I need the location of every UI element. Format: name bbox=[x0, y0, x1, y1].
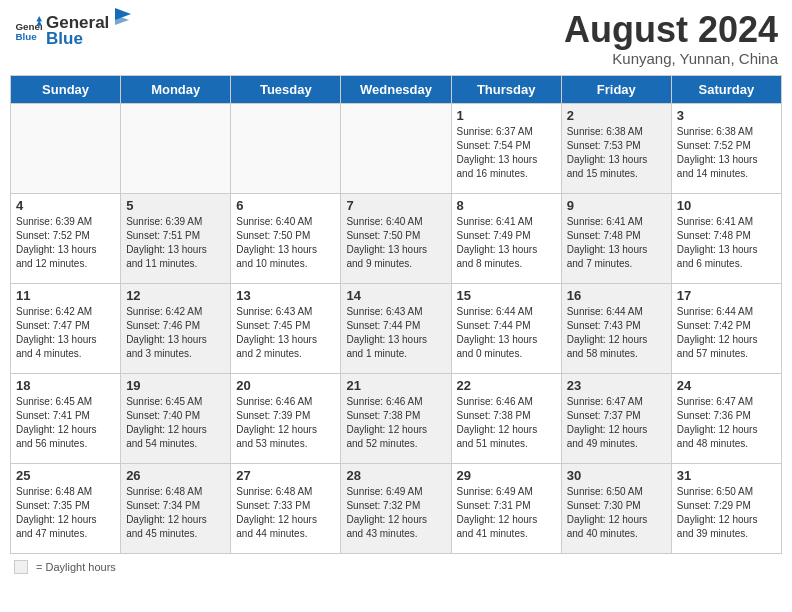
cell-info: Sunrise: 6:43 AM Sunset: 7:45 PM Dayligh… bbox=[236, 305, 335, 361]
calendar-week-1: 4Sunrise: 6:39 AM Sunset: 7:52 PM Daylig… bbox=[11, 193, 782, 283]
cell-info: Sunrise: 6:44 AM Sunset: 7:44 PM Dayligh… bbox=[457, 305, 556, 361]
calendar-week-0: 1Sunrise: 6:37 AM Sunset: 7:54 PM Daylig… bbox=[11, 103, 782, 193]
calendar-cell-5: 5Sunrise: 6:39 AM Sunset: 7:51 PM Daylig… bbox=[121, 193, 231, 283]
day-number: 17 bbox=[677, 288, 776, 303]
day-number: 11 bbox=[16, 288, 115, 303]
calendar-cell-2: 2Sunrise: 6:38 AM Sunset: 7:53 PM Daylig… bbox=[561, 103, 671, 193]
day-number: 2 bbox=[567, 108, 666, 123]
cell-info: Sunrise: 6:43 AM Sunset: 7:44 PM Dayligh… bbox=[346, 305, 445, 361]
logo-flag-icon bbox=[111, 6, 133, 28]
day-header-sunday: Sunday bbox=[11, 75, 121, 103]
legend-label: = Daylight hours bbox=[36, 561, 116, 573]
calendar-cell-empty bbox=[341, 103, 451, 193]
calendar-cell-26: 26Sunrise: 6:48 AM Sunset: 7:34 PM Dayli… bbox=[121, 463, 231, 553]
day-number: 28 bbox=[346, 468, 445, 483]
calendar-cell-1: 1Sunrise: 6:37 AM Sunset: 7:54 PM Daylig… bbox=[451, 103, 561, 193]
calendar-cell-24: 24Sunrise: 6:47 AM Sunset: 7:36 PM Dayli… bbox=[671, 373, 781, 463]
cell-info: Sunrise: 6:42 AM Sunset: 7:47 PM Dayligh… bbox=[16, 305, 115, 361]
legend-box bbox=[14, 560, 28, 574]
calendar-cell-19: 19Sunrise: 6:45 AM Sunset: 7:40 PM Dayli… bbox=[121, 373, 231, 463]
calendar-cell-16: 16Sunrise: 6:44 AM Sunset: 7:43 PM Dayli… bbox=[561, 283, 671, 373]
cell-info: Sunrise: 6:46 AM Sunset: 7:38 PM Dayligh… bbox=[457, 395, 556, 451]
cell-info: Sunrise: 6:37 AM Sunset: 7:54 PM Dayligh… bbox=[457, 125, 556, 181]
calendar-cell-empty bbox=[121, 103, 231, 193]
cell-info: Sunrise: 6:40 AM Sunset: 7:50 PM Dayligh… bbox=[346, 215, 445, 271]
day-header-saturday: Saturday bbox=[671, 75, 781, 103]
page-header: General Blue General Blue August 2024 Ku… bbox=[10, 10, 782, 67]
cell-info: Sunrise: 6:48 AM Sunset: 7:33 PM Dayligh… bbox=[236, 485, 335, 541]
calendar-cell-9: 9Sunrise: 6:41 AM Sunset: 7:48 PM Daylig… bbox=[561, 193, 671, 283]
calendar-cell-10: 10Sunrise: 6:41 AM Sunset: 7:48 PM Dayli… bbox=[671, 193, 781, 283]
day-number: 5 bbox=[126, 198, 225, 213]
cell-info: Sunrise: 6:42 AM Sunset: 7:46 PM Dayligh… bbox=[126, 305, 225, 361]
calendar-body: 1Sunrise: 6:37 AM Sunset: 7:54 PM Daylig… bbox=[11, 103, 782, 553]
cell-info: Sunrise: 6:45 AM Sunset: 7:40 PM Dayligh… bbox=[126, 395, 225, 451]
calendar-table: SundayMondayTuesdayWednesdayThursdayFrid… bbox=[10, 75, 782, 554]
page-subtitle: Kunyang, Yunnan, China bbox=[564, 50, 778, 67]
day-header-thursday: Thursday bbox=[451, 75, 561, 103]
cell-info: Sunrise: 6:46 AM Sunset: 7:38 PM Dayligh… bbox=[346, 395, 445, 451]
cell-info: Sunrise: 6:50 AM Sunset: 7:30 PM Dayligh… bbox=[567, 485, 666, 541]
day-number: 18 bbox=[16, 378, 115, 393]
day-number: 19 bbox=[126, 378, 225, 393]
calendar-cell-3: 3Sunrise: 6:38 AM Sunset: 7:52 PM Daylig… bbox=[671, 103, 781, 193]
calendar-cell-22: 22Sunrise: 6:46 AM Sunset: 7:38 PM Dayli… bbox=[451, 373, 561, 463]
day-number: 30 bbox=[567, 468, 666, 483]
calendar-cell-18: 18Sunrise: 6:45 AM Sunset: 7:41 PM Dayli… bbox=[11, 373, 121, 463]
day-number: 22 bbox=[457, 378, 556, 393]
cell-info: Sunrise: 6:41 AM Sunset: 7:48 PM Dayligh… bbox=[677, 215, 776, 271]
svg-text:Blue: Blue bbox=[15, 30, 37, 41]
cell-info: Sunrise: 6:48 AM Sunset: 7:35 PM Dayligh… bbox=[16, 485, 115, 541]
day-number: 10 bbox=[677, 198, 776, 213]
day-number: 23 bbox=[567, 378, 666, 393]
cell-info: Sunrise: 6:38 AM Sunset: 7:52 PM Dayligh… bbox=[677, 125, 776, 181]
cell-info: Sunrise: 6:41 AM Sunset: 7:49 PM Dayligh… bbox=[457, 215, 556, 271]
cell-info: Sunrise: 6:40 AM Sunset: 7:50 PM Dayligh… bbox=[236, 215, 335, 271]
calendar-cell-31: 31Sunrise: 6:50 AM Sunset: 7:29 PM Dayli… bbox=[671, 463, 781, 553]
cell-info: Sunrise: 6:39 AM Sunset: 7:52 PM Dayligh… bbox=[16, 215, 115, 271]
day-header-tuesday: Tuesday bbox=[231, 75, 341, 103]
day-number: 24 bbox=[677, 378, 776, 393]
day-number: 27 bbox=[236, 468, 335, 483]
calendar-cell-20: 20Sunrise: 6:46 AM Sunset: 7:39 PM Dayli… bbox=[231, 373, 341, 463]
cell-info: Sunrise: 6:49 AM Sunset: 7:31 PM Dayligh… bbox=[457, 485, 556, 541]
logo: General Blue General Blue bbox=[14, 10, 133, 49]
day-header-wednesday: Wednesday bbox=[341, 75, 451, 103]
day-number: 6 bbox=[236, 198, 335, 213]
day-number: 12 bbox=[126, 288, 225, 303]
calendar-cell-13: 13Sunrise: 6:43 AM Sunset: 7:45 PM Dayli… bbox=[231, 283, 341, 373]
cell-info: Sunrise: 6:47 AM Sunset: 7:36 PM Dayligh… bbox=[677, 395, 776, 451]
cell-info: Sunrise: 6:41 AM Sunset: 7:48 PM Dayligh… bbox=[567, 215, 666, 271]
cell-info: Sunrise: 6:45 AM Sunset: 7:41 PM Dayligh… bbox=[16, 395, 115, 451]
cell-info: Sunrise: 6:38 AM Sunset: 7:53 PM Dayligh… bbox=[567, 125, 666, 181]
calendar-cell-7: 7Sunrise: 6:40 AM Sunset: 7:50 PM Daylig… bbox=[341, 193, 451, 283]
calendar-cell-11: 11Sunrise: 6:42 AM Sunset: 7:47 PM Dayli… bbox=[11, 283, 121, 373]
calendar-cell-4: 4Sunrise: 6:39 AM Sunset: 7:52 PM Daylig… bbox=[11, 193, 121, 283]
calendar-cell-empty bbox=[231, 103, 341, 193]
day-number: 3 bbox=[677, 108, 776, 123]
calendar-cell-17: 17Sunrise: 6:44 AM Sunset: 7:42 PM Dayli… bbox=[671, 283, 781, 373]
day-number: 31 bbox=[677, 468, 776, 483]
day-number: 20 bbox=[236, 378, 335, 393]
calendar-cell-23: 23Sunrise: 6:47 AM Sunset: 7:37 PM Dayli… bbox=[561, 373, 671, 463]
calendar-week-2: 11Sunrise: 6:42 AM Sunset: 7:47 PM Dayli… bbox=[11, 283, 782, 373]
cell-info: Sunrise: 6:39 AM Sunset: 7:51 PM Dayligh… bbox=[126, 215, 225, 271]
day-number: 7 bbox=[346, 198, 445, 213]
calendar-cell-29: 29Sunrise: 6:49 AM Sunset: 7:31 PM Dayli… bbox=[451, 463, 561, 553]
calendar-cell-12: 12Sunrise: 6:42 AM Sunset: 7:46 PM Dayli… bbox=[121, 283, 231, 373]
day-number: 25 bbox=[16, 468, 115, 483]
calendar-cell-27: 27Sunrise: 6:48 AM Sunset: 7:33 PM Dayli… bbox=[231, 463, 341, 553]
calendar-cell-6: 6Sunrise: 6:40 AM Sunset: 7:50 PM Daylig… bbox=[231, 193, 341, 283]
cell-info: Sunrise: 6:44 AM Sunset: 7:43 PM Dayligh… bbox=[567, 305, 666, 361]
cell-info: Sunrise: 6:49 AM Sunset: 7:32 PM Dayligh… bbox=[346, 485, 445, 541]
calendar-cell-14: 14Sunrise: 6:43 AM Sunset: 7:44 PM Dayli… bbox=[341, 283, 451, 373]
calendar-cell-8: 8Sunrise: 6:41 AM Sunset: 7:49 PM Daylig… bbox=[451, 193, 561, 283]
day-header-monday: Monday bbox=[121, 75, 231, 103]
day-number: 4 bbox=[16, 198, 115, 213]
cell-info: Sunrise: 6:50 AM Sunset: 7:29 PM Dayligh… bbox=[677, 485, 776, 541]
calendar-cell-21: 21Sunrise: 6:46 AM Sunset: 7:38 PM Dayli… bbox=[341, 373, 451, 463]
calendar-header-row: SundayMondayTuesdayWednesdayThursdayFrid… bbox=[11, 75, 782, 103]
calendar-cell-28: 28Sunrise: 6:49 AM Sunset: 7:32 PM Dayli… bbox=[341, 463, 451, 553]
cell-info: Sunrise: 6:46 AM Sunset: 7:39 PM Dayligh… bbox=[236, 395, 335, 451]
day-number: 13 bbox=[236, 288, 335, 303]
